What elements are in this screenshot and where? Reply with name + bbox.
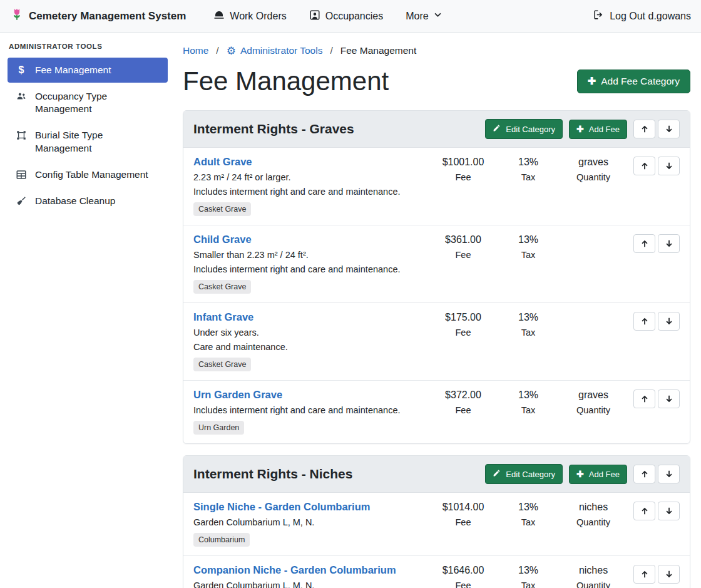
fee-row: Single Niche - Garden Columbarium Garden… [183, 493, 690, 556]
button-label: Add Fee [589, 470, 620, 479]
fee-tax-label: Tax [496, 250, 561, 260]
top-navbar: Cemetery Management System Work Orders O… [0, 0, 701, 33]
fee-amount-col: $372.00 Fee [431, 389, 496, 415]
fee-description: Garden Columbarium L, M, N. [193, 517, 424, 527]
fee-description: Smaller than 2.23 m² / 24 ft². [193, 250, 424, 260]
fee-tax: 13% [496, 157, 561, 168]
fee-tax: 13% [496, 234, 561, 245]
fee-description: Includes interment right and care and ma… [193, 264, 424, 274]
sidebar-item-fee-management[interactable]: $ Fee Management [8, 58, 168, 83]
sidebar-item-label: Database Cleanup [35, 195, 115, 207]
fee-tax: 13% [496, 312, 561, 323]
fee-type-badge: Casket Grave [193, 358, 251, 371]
nav-label: Occupancies [325, 11, 384, 22]
move-fee-down-button[interactable] [658, 312, 680, 331]
move-fee-up-button[interactable] [633, 389, 655, 408]
fee-tax-col: 13% Tax [496, 156, 561, 182]
move-fee-down-button[interactable] [658, 157, 680, 175]
fee-unit: graves [561, 157, 626, 168]
move-category-up-button[interactable] [633, 120, 655, 138]
fee-quantity-col: graves Quantity [561, 389, 626, 415]
fee-amount-col: $361.00 Fee [431, 234, 496, 260]
move-fee-down-button[interactable] [658, 565, 680, 584]
sidebar-item-burial-site-type-management[interactable]: Burial Site Type Management [8, 123, 168, 160]
edit-category-button[interactable]: Edit Category [485, 119, 563, 139]
move-fee-up-button[interactable] [633, 157, 655, 175]
fee-description: Includes interment right and care and ma… [193, 187, 424, 197]
fee-unit: niches [561, 502, 626, 513]
logout-button[interactable]: Log Out d.gowans [593, 9, 691, 23]
fee-amount-label: Fee [431, 328, 496, 338]
fee-quantity-label: Quantity [561, 405, 626, 415]
fee-unit: niches [561, 565, 626, 576]
add-fee-category-button[interactable]: ✚ Add Fee Category [577, 70, 690, 93]
people-icon [15, 91, 28, 101]
move-fee-up-button[interactable] [633, 565, 655, 584]
sidebar-item-occupancy-type-management[interactable]: Occupancy Type Management [8, 84, 168, 121]
add-fee-button[interactable]: ✚ Add Fee [569, 465, 627, 484]
fee-tax-label: Tax [496, 172, 561, 182]
app-title: Cemetery Management System [29, 10, 186, 23]
sidebar-heading: ADMINISTRATOR TOOLS [0, 40, 175, 56]
gear-icon: ⚙ [227, 46, 236, 56]
fee-name-link[interactable]: Companion Niche - Garden Columbarium [193, 564, 396, 576]
nav-item-more[interactable]: More [406, 9, 441, 23]
breadcrumb-label: Administrator Tools [240, 45, 323, 56]
fee-amount-label: Fee [431, 405, 496, 415]
fee-amount: $1014.00 [431, 502, 496, 513]
fee-quantity-label: Quantity [561, 517, 626, 527]
pencil-icon [493, 124, 501, 134]
move-fee-down-button[interactable] [658, 389, 680, 408]
fee-category-card-niches: Interment Rights - Niches Edit Category … [183, 455, 690, 588]
fee-name-link[interactable]: Child Grave [193, 234, 252, 245]
hard-hat-icon [213, 9, 225, 23]
fee-tax-col: 13% Tax [496, 501, 561, 527]
breadcrumb-home-link[interactable]: Home [183, 45, 208, 56]
nav-label: Work Orders [230, 11, 286, 22]
move-category-down-button[interactable] [658, 465, 680, 483]
button-label: Add Fee Category [601, 76, 680, 87]
fee-type-badge: Columbarium [193, 533, 250, 547]
add-fee-button[interactable]: ✚ Add Fee [569, 120, 627, 139]
fee-amount-col: $1001.00 Fee [431, 156, 496, 182]
fee-tax-label: Tax [496, 580, 561, 588]
move-fee-up-button[interactable] [633, 502, 655, 520]
sidebar-item-label: Burial Site Type Management [35, 129, 160, 154]
logout-label: Log Out d.gowans [610, 11, 691, 22]
broom-icon [15, 195, 28, 207]
breadcrumb-admin-tools-link[interactable]: ⚙ Administrator Tools [227, 45, 323, 56]
sidebar-item-database-cleanup[interactable]: Database Cleanup [8, 188, 168, 214]
plus-icon: ✚ [576, 125, 584, 133]
sidebar-item-config-table-management[interactable]: Config Table Management [8, 162, 168, 187]
fee-description: Care and maintenance. [193, 342, 424, 352]
move-fee-up-button[interactable] [633, 234, 655, 253]
move-fee-down-button[interactable] [658, 502, 680, 520]
nav-item-work-orders[interactable]: Work Orders [213, 9, 286, 23]
nav-item-occupancies[interactable]: Occupancies [309, 9, 384, 23]
fee-amount: $175.00 [431, 312, 496, 323]
chevron-down-icon [434, 11, 442, 22]
fee-name-link[interactable]: Single Niche - Garden Columbarium [193, 501, 370, 513]
button-label: Edit Category [506, 470, 555, 479]
edit-category-button[interactable]: Edit Category [485, 464, 563, 484]
fee-amount: $372.00 [431, 389, 496, 401]
fee-name-link[interactable]: Urn Garden Grave [193, 389, 282, 401]
fee-row: Adult Grave 2.23 m² / 24 ft² or larger. … [183, 148, 690, 225]
dollar-icon: $ [15, 64, 28, 76]
fee-description: 2.23 m² / 24 ft² or larger. [193, 172, 424, 182]
fee-name-link[interactable]: Adult Grave [193, 156, 252, 168]
fee-name-link[interactable]: Infant Grave [193, 311, 253, 323]
move-fee-up-button[interactable] [633, 312, 655, 331]
button-label: Edit Category [506, 125, 555, 134]
fee-tax: 13% [496, 565, 561, 576]
fee-row: Child Grave Smaller than 2.23 m² / 24 ft… [183, 225, 690, 303]
move-category-down-button[interactable] [658, 120, 680, 138]
fee-quantity-label: Quantity [561, 172, 626, 182]
sidebar-item-label: Fee Management [35, 64, 111, 76]
fee-quantity-col: niches Quantity [561, 501, 626, 527]
move-category-up-button[interactable] [633, 465, 655, 483]
app-brand: Cemetery Management System [10, 8, 186, 24]
person-frame-icon [309, 9, 320, 23]
top-nav-menu: Work Orders Occupancies More [213, 9, 441, 23]
move-fee-down-button[interactable] [658, 234, 680, 253]
